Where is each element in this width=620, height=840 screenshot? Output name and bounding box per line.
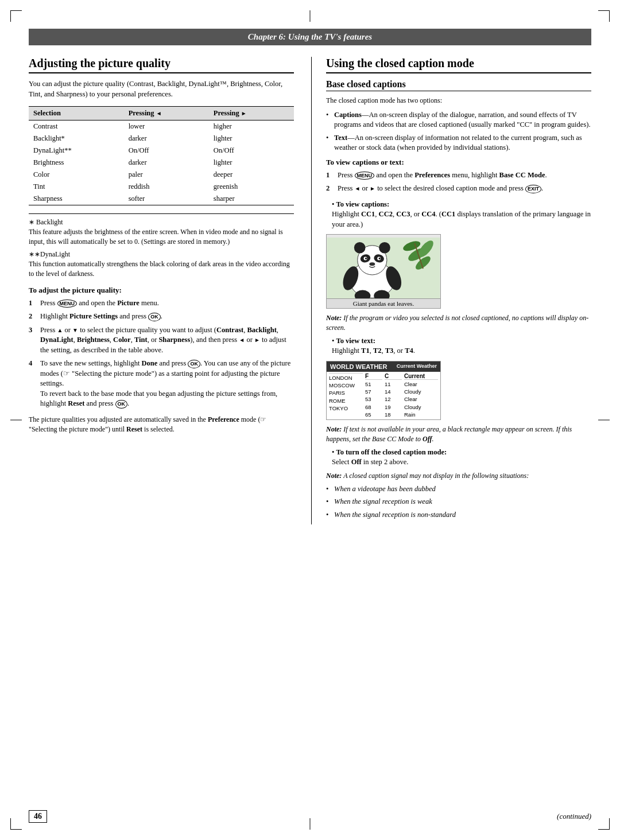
table-cell: lighter — [209, 133, 294, 145]
right-arrow-r2 — [370, 184, 375, 192]
table-row: Sharpnesssoftersharper — [29, 193, 294, 205]
option-captions-text: Captions—An on-screen display of the dia… — [334, 110, 591, 130]
table-cell: DynaLight** — [29, 145, 124, 157]
weather-row-paris: PARIS — [329, 389, 363, 396]
note-3: Note: A closed caption signal may not di… — [326, 471, 591, 481]
footnote-1-text: This feature adjusts the brightness of t… — [29, 228, 283, 246]
corner-mark-tr — [598, 10, 610, 22]
weather-col-current-label: Current — [404, 373, 438, 380]
step-3: 3 Press or to select the picture quality… — [29, 325, 294, 356]
step-1-num: 1 — [29, 298, 37, 309]
step-2: 2 Highlight Picture Settings and press O… — [29, 312, 294, 322]
bullet-s1: • — [326, 484, 331, 495]
bullet-captions: • — [332, 200, 336, 208]
table-cell: lower — [124, 120, 209, 133]
center-top-mark — [310, 10, 311, 22]
weather-body: LONDON MOSCOW PARIS ROME TOKYO F 51 57 5… — [327, 372, 440, 419]
bullet-s2: • — [326, 497, 331, 507]
left-arrow-3 — [239, 336, 245, 344]
situation-3-text: When the signal reception is non-standar… — [334, 510, 456, 520]
table-cell: sharper — [209, 193, 294, 205]
step-1-text: Press MENU and open the Picture menu. — [40, 298, 159, 309]
bullet-s3: • — [326, 510, 331, 520]
step-4-num: 4 — [29, 359, 37, 409]
turn-off-item: • To turn off the closed caption mode: S… — [332, 448, 591, 468]
table-cell: Color — [29, 169, 124, 181]
table-row: Brightnessdarkerlighter — [29, 157, 294, 169]
footnote-1-label: ∗ Backlight — [29, 218, 63, 226]
center-right-mark — [598, 420, 610, 421]
svg-point-15 — [379, 258, 381, 259]
svg-point-9 — [379, 242, 390, 254]
table-cell: On/Off — [209, 145, 294, 157]
procedure-list: 1 Press MENU and open the Picture menu. … — [29, 298, 294, 409]
turn-off-label: To turn off the closed caption mode: — [336, 448, 447, 456]
footnotes: ∗ Backlight This feature adjusts the bri… — [29, 213, 294, 279]
view-captions-label: To view captions: — [336, 200, 390, 208]
table-cell: darker — [124, 133, 209, 145]
left-section-title: Adjusting the picture quality — [29, 57, 294, 73]
ok-icon-4b: OK — [115, 400, 128, 409]
view-step-2-num: 2 — [326, 184, 334, 194]
table-cell: lighter — [209, 157, 294, 169]
step-3-text: Press or to select the picture quality y… — [40, 325, 294, 356]
table-cell: paler — [124, 169, 209, 181]
arrow-left-icon — [156, 109, 162, 117]
view-steps-list: 1 Press MENU and open the Preferences me… — [326, 170, 591, 194]
turn-off-text: Select Off in step 2 above. — [332, 458, 408, 466]
option-captions: • Captions—An on-screen display of the d… — [326, 110, 591, 130]
table-cell: darker — [124, 157, 209, 169]
down-arrow — [72, 326, 78, 334]
panda-caption: Giant pandas eat leaves. — [327, 298, 440, 308]
arrow-right-icon — [241, 109, 247, 117]
table-row: Backlight*darkerlighter — [29, 133, 294, 145]
step-4: 4 To save the new settings, highlight Do… — [29, 359, 294, 409]
table-row: Contrastlowerhigher — [29, 120, 294, 133]
center-left-mark — [10, 420, 22, 421]
situations-list: • When a videotape has been dubbed • Whe… — [326, 484, 591, 520]
left-intro: You can adjust the picture quality (Cont… — [29, 79, 294, 99]
view-step-1-num: 1 — [326, 170, 334, 181]
view-text-label: To view text: — [336, 337, 375, 345]
ok-icon-2: OK — [148, 313, 161, 321]
table-cell: Backlight* — [29, 133, 124, 145]
svg-point-8 — [354, 242, 366, 254]
table-cell: On/Off — [124, 145, 209, 157]
table-cell: softer — [124, 193, 209, 205]
footnote-2-label: ∗∗DynaLight — [29, 250, 70, 258]
step-4-text: To save the new settings, highlight Done… — [40, 359, 294, 409]
view-step-2-text: Press or to select the desired closed ca… — [338, 184, 543, 194]
weather-col-c-label: C — [385, 373, 402, 380]
table-row: DynaLight**On/OffOn/Off — [29, 145, 294, 157]
corner-mark-bl — [10, 818, 22, 830]
situation-1: • When a videotape has been dubbed — [326, 484, 591, 495]
page-content: Adjusting the picture quality You can ad… — [29, 45, 591, 536]
weather-col-city-label — [329, 373, 363, 374]
table-cell: greenish — [209, 181, 294, 193]
weather-col-c: C 11 14 12 19 18 — [385, 373, 402, 418]
options-list: • Captions—An on-screen display of the d… — [326, 110, 591, 153]
right-arrow-3 — [254, 336, 260, 344]
col-selection: Selection — [29, 107, 124, 120]
view-step-1: 1 Press MENU and open the Preferences me… — [326, 170, 591, 181]
corner-mark-br — [598, 818, 610, 830]
bullet-2: • — [326, 133, 331, 153]
weather-row-rome: ROME — [329, 397, 363, 405]
weather-col-f: F 51 57 53 68 65 — [365, 373, 382, 418]
weather-row-moscow: MOSCOW — [329, 382, 363, 389]
table-cell: Brightness — [29, 157, 124, 169]
step-2-text: Highlight Picture Settings and press OK. — [40, 312, 162, 322]
table-row: Colorpalerdeeper — [29, 169, 294, 181]
page-number: 46 — [29, 810, 47, 823]
right-subsection-title: Base closed captions — [326, 79, 591, 91]
weather-row-tokyo: TOKYO — [329, 405, 363, 412]
footnote-2-text: This function automatically strengthens … — [29, 260, 290, 278]
weather-col-city: LONDON MOSCOW PARIS ROME TOKYO — [329, 373, 363, 418]
situation-2-text: When the signal reception is weak — [334, 497, 432, 507]
footnote-1: ∗ Backlight This feature adjusts the bri… — [29, 217, 294, 246]
table-cell: Sharpness — [29, 193, 124, 205]
table-cell: reddish — [124, 181, 209, 193]
weather-image: WORLD WEATHER Current Weather LONDON MOS… — [326, 361, 441, 420]
view-step-2: 2 Press or to select the desired closed … — [326, 184, 591, 194]
corner-mark-tl — [10, 10, 22, 22]
